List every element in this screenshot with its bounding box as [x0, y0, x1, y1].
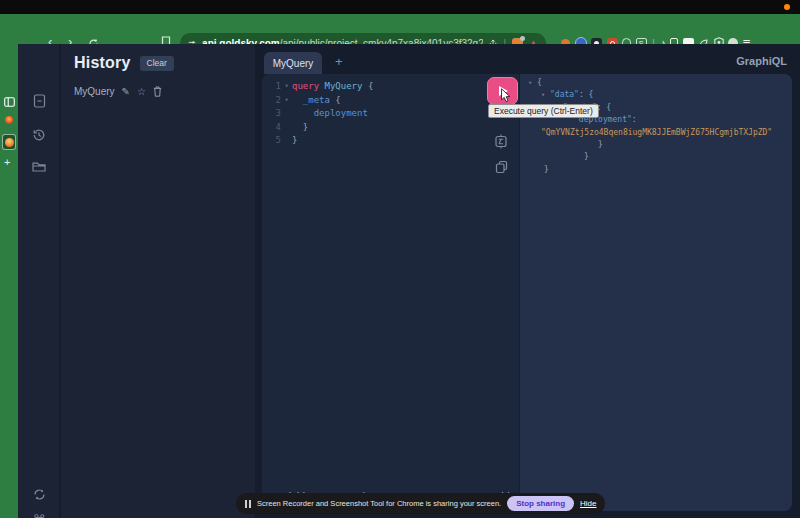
- screen-sharing-toast: Screen Recorder and Screenshot Tool for …: [236, 493, 605, 514]
- browser-toolbar: ‹ › api.goldsky.com/api/public/project_c…: [0, 14, 800, 44]
- new-tab-plus-icon[interactable]: +: [4, 156, 10, 168]
- prettify-query-icon[interactable]: [494, 134, 508, 153]
- history-panel: History Clear MyQuery ✎ ☆: [61, 44, 255, 518]
- pause-icon: [245, 500, 251, 508]
- edit-label-icon[interactable]: ✎: [122, 87, 130, 97]
- execute-tooltip: Execute query (Ctrl-Enter): [488, 104, 599, 118]
- graphiql-logo: GraphiQL: [736, 55, 787, 67]
- hide-toast-link[interactable]: Hide: [580, 499, 596, 508]
- graphiql-sidebar: ⌘ ⚙: [18, 44, 60, 518]
- browser-tab-rail: +: [0, 44, 18, 518]
- docs-icon[interactable]: [18, 94, 60, 108]
- favorite-star-icon[interactable]: ☆: [137, 87, 146, 97]
- history-item-label: MyQuery: [74, 86, 115, 97]
- history-item[interactable]: MyQuery ✎ ☆: [61, 72, 255, 97]
- mouse-cursor: [500, 88, 513, 103]
- folder-icon[interactable]: [18, 161, 60, 173]
- query-tab[interactable]: MyQuery: [264, 52, 322, 74]
- response-panel: ▾{▾"data": {▾"_meta": {"deployment":"QmY…: [520, 74, 792, 511]
- clear-history-button[interactable]: Clear: [140, 56, 174, 71]
- shortcuts-icon[interactable]: ⌘: [18, 512, 60, 518]
- stop-sharing-button[interactable]: Stop sharing: [507, 496, 574, 511]
- recording-indicator-dot: [784, 4, 790, 10]
- query-editor-lines: 1▾query MyQuery {2▾ _meta {3 deployment4…: [262, 74, 519, 148]
- execute-tooltip-text: Execute query (Ctrl-Enter): [494, 106, 593, 116]
- history-title: History: [74, 54, 131, 72]
- copy-query-icon[interactable]: [495, 160, 508, 178]
- query-tab-label: MyQuery: [273, 58, 314, 69]
- sidebar-toggle-icon[interactable]: [4, 93, 15, 111]
- top-black-band: [0, 0, 800, 14]
- session-panel: 1▾query MyQuery {2▾ _meta {3 deployment4…: [262, 74, 792, 511]
- query-editor[interactable]: 1▾query MyQuery {2▾ _meta {3 deployment4…: [262, 74, 520, 511]
- refetch-schema-icon[interactable]: [18, 488, 60, 501]
- response-lines: ▾{▾"data": {▾"_meta": {"deployment":"QmY…: [520, 74, 792, 176]
- graphiql-workspace: MyQuery + GraphiQL 1▾query MyQuery {2▾ _…: [255, 44, 800, 518]
- execute-query-button[interactable]: [487, 77, 518, 105]
- screen: ‹ › api.goldsky.com/api/public/project_c…: [0, 0, 800, 518]
- history-icon[interactable]: [18, 128, 60, 142]
- active-tab-favicon-icon: [5, 138, 14, 147]
- active-tab-tile[interactable]: [2, 134, 16, 150]
- tab-favicon-icon[interactable]: [5, 116, 13, 124]
- sharing-message: Screen Recorder and Screenshot Tool for …: [257, 499, 501, 508]
- add-tab-button[interactable]: +: [335, 54, 343, 69]
- delete-trash-icon[interactable]: [153, 86, 162, 97]
